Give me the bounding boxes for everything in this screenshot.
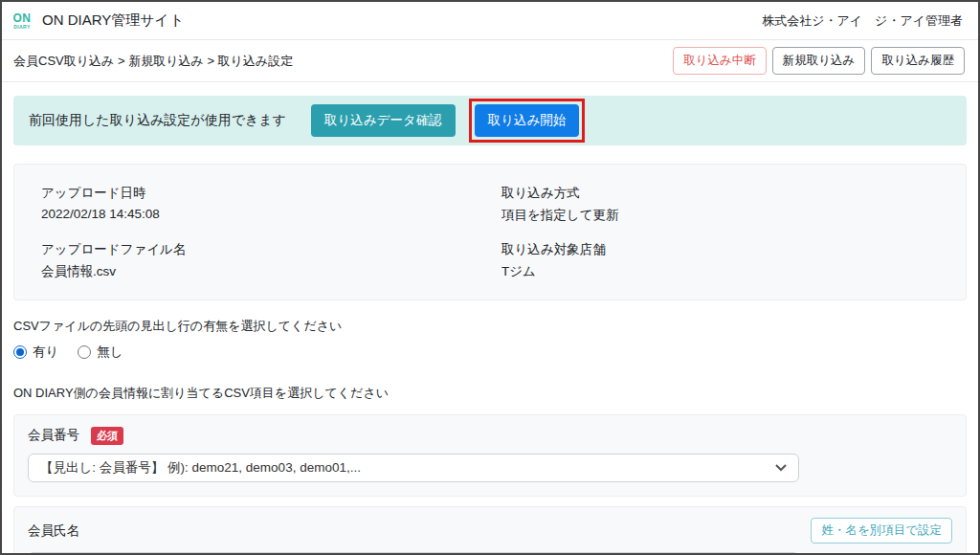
logo-text-on: ON <box>10 12 34 24</box>
summary-field-import-method: 取り込み方式 項目を指定して更新 <box>490 185 950 224</box>
selected-option-text: 【見出し: 会員番号】 例): demo21, demo03, demo01,.… <box>40 459 361 477</box>
split-first-last-name-button[interactable]: 姓・名を別項目で設定 <box>811 518 952 544</box>
abort-import-button[interactable]: 取り込み中断 <box>673 47 767 75</box>
breadcrumb-toolbar: 会員CSV取り込み > 新規取り込み > 取り込み設定 取り込み中断 新規取り込… <box>2 40 978 82</box>
header-row-radio-group: 有り 無し <box>13 344 967 361</box>
field-value: 会員情報.csv <box>41 263 490 280</box>
radio-label: 有り <box>33 344 58 361</box>
header-row-question: CSVファイルの先頭の見出し行の有無を選択してください <box>13 318 967 335</box>
field-value: 2022/02/18 14:45:08 <box>41 207 490 221</box>
summary-field-upload-filename: アップロードファイル名 会員情報.csv <box>30 241 490 280</box>
field-label: 取り込み対象店舗 <box>501 241 950 258</box>
field-label: アップロードファイル名 <box>41 241 490 258</box>
field-value: Tジム <box>501 263 950 280</box>
required-badge: 必須 <box>91 427 123 445</box>
upload-summary-card: アップロード日時 2022/02/18 14:45:08 取り込み方式 項目を指… <box>13 164 967 300</box>
label-left: 会員氏名 <box>28 522 79 540</box>
header-left: ON DIARY ON DIARY管理サイト <box>10 11 184 30</box>
member-number-label-row: 会員番号 必須 <box>28 426 952 445</box>
breadcrumb: 会員CSV取り込み > 新規取り込み > 取り込み設定 <box>13 53 293 70</box>
logo-text-diary: DIARY <box>10 25 34 30</box>
member-name-label: 会員氏名 <box>28 522 79 540</box>
app-window: ON DIARY ON DIARY管理サイト 株式会社ジ・アイ ジ・アイ管理者 … <box>0 0 980 555</box>
start-import-button[interactable]: 取り込み開始 <box>475 104 580 137</box>
new-import-button[interactable]: 新規取り込み <box>772 47 866 75</box>
member-name-label-row: 会員氏名 姓・名を別項目で設定 <box>28 518 952 544</box>
field-label: アップロード日時 <box>41 185 490 202</box>
assign-question: ON DIARY側の会員情報に割り当てるCSV項目を選択してください <box>13 385 967 402</box>
radio-option-has-header[interactable]: 有り <box>13 344 58 361</box>
toolbar-actions: 取り込み中断 新規取り込み 取り込み履歴 <box>673 47 965 75</box>
radio-label: 無し <box>97 344 122 361</box>
field-label: 取り込み方式 <box>501 185 950 202</box>
member-number-label: 会員番号 <box>28 427 79 444</box>
banner-message: 前回使用した取り込み設定が使用できます <box>29 112 286 129</box>
summary-field-target-store: 取り込み対象店舗 Tジム <box>490 241 950 280</box>
member-number-select[interactable]: 【見出し: 会員番号】 例): demo21, demo03, demo01,.… <box>28 454 799 482</box>
app-header: ON DIARY ON DIARY管理サイト 株式会社ジ・アイ ジ・アイ管理者 <box>2 2 978 40</box>
field-value: 項目を指定して更新 <box>501 207 950 224</box>
radio-option-no-header[interactable]: 無し <box>78 344 122 361</box>
summary-field-upload-datetime: アップロード日時 2022/02/18 14:45:08 <box>30 185 490 224</box>
previous-settings-banner: 前回使用した取り込み設定が使用できます 取り込みデータ確認 取り込み開始 <box>13 96 967 145</box>
on-diary-logo-icon[interactable]: ON DIARY <box>10 12 34 30</box>
label-left: 会員番号 必須 <box>28 427 123 445</box>
radio-selected-icon[interactable] <box>13 345 27 359</box>
radio-unselected-icon[interactable] <box>78 345 91 359</box>
main-content: 前回使用した取り込み設定が使用できます 取り込みデータ確認 取り込み開始 アップ… <box>2 82 978 555</box>
member-name-card: 会員氏名 姓・名を別項目で設定 (この項目は更新されません) <box>13 506 967 555</box>
logged-in-user-info: 株式会社ジ・アイ ジ・アイ管理者 <box>762 12 963 30</box>
red-annotation-box: 取り込み開始 <box>469 99 586 143</box>
page-title: ON DIARY管理サイト <box>42 11 184 30</box>
member-number-card: 会員番号 必須 【見出し: 会員番号】 例): demo21, demo03, … <box>13 414 967 497</box>
import-history-button[interactable]: 取り込み履歴 <box>871 47 965 75</box>
chevron-down-icon <box>775 464 787 472</box>
confirm-import-data-button[interactable]: 取り込みデータ確認 <box>311 104 456 137</box>
